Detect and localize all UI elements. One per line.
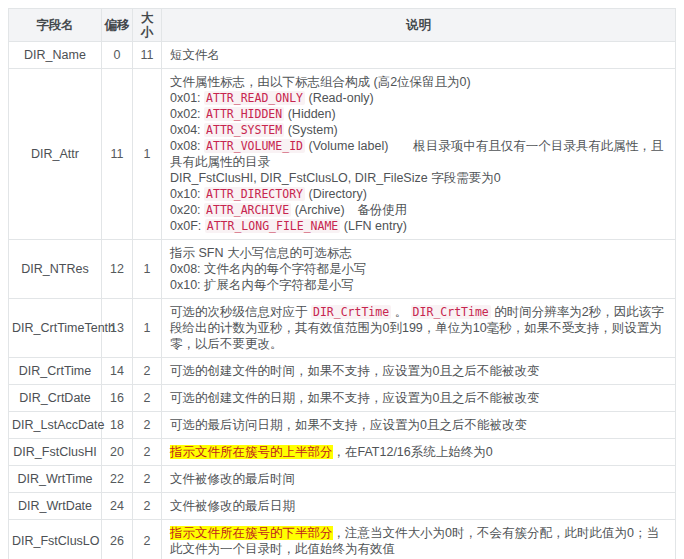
description-cell: 文件被修改的最后时间: [162, 466, 676, 493]
size-cell: 1: [133, 69, 162, 240]
description-line: 文件被修改的最后日期: [170, 498, 667, 514]
field-name-cell: DIR_FstClusLO: [9, 520, 102, 559]
description-line: 指示 SFN 大小写信息的可选标志: [170, 245, 667, 261]
page: 字段名 偏移 大小 说明 DIR_Name 0 11 短文件名 DIR_Attr…: [0, 0, 684, 559]
text-segment: 可选的最后访问日期，如果不支持，应设置为0且之后不能被改变: [170, 418, 527, 432]
text-segment: 可选的次秒级信息对应于: [170, 305, 311, 319]
text-segment: (LFN entry): [340, 219, 407, 233]
size-cell: 2: [133, 520, 162, 559]
text-segment: 0x08:: [170, 139, 204, 153]
description-cell: 文件属性标志，由以下标志组合构成 (高2位保留且为0)0x01: ATTR_RE…: [162, 69, 676, 240]
text-segment: (Read-only): [305, 91, 374, 105]
table-row: DIR_Attr 11 1 文件属性标志，由以下标志组合构成 (高2位保留且为0…: [9, 69, 676, 240]
code-token: ATTR_READ_ONLY: [204, 91, 305, 105]
code-token: ATTR_VOLUME_ID: [204, 139, 305, 153]
size-cell: 2: [133, 358, 162, 385]
table-row: DIR_Name 0 11 短文件名: [9, 42, 676, 69]
offset-cell: 24: [102, 493, 133, 520]
table-row: DIR_CrtTime 14 2 可选的创建文件的时间，如果不支持，应设置为0且…: [9, 358, 676, 385]
code-token: ATTR_ARCHIVE: [204, 203, 291, 217]
text-segment: 文件被修改的最后日期: [170, 499, 295, 513]
field-name-cell: DIR_Attr: [9, 69, 102, 240]
text-segment: 文件属性标志，由以下标志组合构成 (高2位保留且为0): [170, 75, 471, 89]
description-cell: 可选的次秒级信息对应于 DIR_CrtTime 。 DIR_CrtTime 的时…: [162, 299, 676, 358]
code-token: ATTR_LONG_FILE_NAME: [205, 219, 341, 233]
description-cell: 指示文件所在簇号的下半部分，注意当文件大小为0时，不会有簇分配，此时此值为0；当…: [162, 520, 676, 559]
field-name-cell: DIR_CrtTimeTenth: [9, 299, 102, 358]
description-line: 可选的次秒级信息对应于 DIR_CrtTime 。 DIR_CrtTime 的时…: [170, 304, 667, 352]
size-cell: 11: [133, 42, 162, 69]
field-name-cell: DIR_FstClusHI: [9, 439, 102, 466]
text-segment: 0x10: 扩展名内每个字符都是小写: [170, 278, 354, 292]
description-line: DIR_FstClusHI, DIR_FstClusLO, DIR_FileSi…: [170, 170, 667, 186]
code-token: DIR_CrtTime: [411, 305, 491, 319]
field-name-cell: DIR_CrtDate: [9, 385, 102, 412]
description-cell: 指示 SFN 大小写信息的可选标志0x08: 文件名内的每个字符都是小写0x10…: [162, 240, 676, 299]
offset-cell: 22: [102, 466, 133, 493]
description-cell: 可选的最后访问日期，如果不支持，应设置为0且之后不能被改变: [162, 412, 676, 439]
table-row: DIR_WrtTime 22 2 文件被修改的最后时间: [9, 466, 676, 493]
header-row: 字段名 偏移 大小 说明: [9, 9, 676, 42]
code-token: ATTR_HIDDEN: [204, 107, 284, 121]
description-line: 文件被修改的最后时间: [170, 471, 667, 487]
size-cell: 2: [133, 412, 162, 439]
table-body: DIR_Name 0 11 短文件名 DIR_Attr 11 1 文件属性标志，…: [9, 42, 676, 559]
description-line: 0x10: 扩展名内每个字符都是小写: [170, 277, 667, 293]
text-segment: 0x04:: [170, 123, 204, 137]
text-segment: (Archive) 备份使用: [291, 203, 407, 217]
text-segment: 0x0F:: [170, 219, 205, 233]
field-name-cell: DIR_NTRes: [9, 240, 102, 299]
offset-cell: 12: [102, 240, 133, 299]
description-line: 指示文件所在簇号的上半部分，在FAT12/16系统上始终为0: [170, 444, 667, 460]
description-line: 指示文件所在簇号的下半部分，注意当文件大小为0时，不会有簇分配，此时此值为0；当…: [170, 525, 667, 557]
description-cell: 文件被修改的最后日期: [162, 493, 676, 520]
text-segment: 文件被修改的最后时间: [170, 472, 295, 486]
column-header-field: 字段名: [9, 9, 102, 42]
description-line: 0x10: ATTR_DIRECTORY (Directory): [170, 186, 667, 202]
fat-directory-entry-table: 字段名 偏移 大小 说明 DIR_Name 0 11 短文件名 DIR_Attr…: [8, 8, 676, 559]
size-cell: 1: [133, 299, 162, 358]
field-name-cell: DIR_WrtDate: [9, 493, 102, 520]
description-cell: 短文件名: [162, 42, 676, 69]
offset-cell: 18: [102, 412, 133, 439]
text-segment: DIR_FstClusHI, DIR_FstClusLO, DIR_FileSi…: [170, 171, 501, 185]
code-token: ATTR_SYSTEM: [204, 123, 284, 137]
description-line: 0x02: ATTR_HIDDEN (Hidden): [170, 106, 667, 122]
column-header-offset: 偏移: [102, 9, 133, 42]
code-token: DIR_CrtTime: [311, 305, 391, 319]
description-line: 0x01: ATTR_READ_ONLY (Read-only): [170, 90, 667, 106]
description-cell: 指示文件所在簇号的上半部分，在FAT12/16系统上始终为0: [162, 439, 676, 466]
size-cell: 2: [133, 466, 162, 493]
field-name-cell: DIR_LstAccDate: [9, 412, 102, 439]
description-line: 0x04: ATTR_SYSTEM (System): [170, 122, 667, 138]
text-segment: 0x01:: [170, 91, 204, 105]
description-line: 0x08: 文件名内的每个字符都是小写: [170, 261, 667, 277]
description-line: 可选的最后访问日期，如果不支持，应设置为0且之后不能被改变: [170, 417, 667, 433]
offset-cell: 11: [102, 69, 133, 240]
text-segment: (System): [284, 123, 337, 137]
table-row: DIR_LstAccDate 18 2 可选的最后访问日期，如果不支持，应设置为…: [9, 412, 676, 439]
text-segment: 指示 SFN 大小写信息的可选标志: [170, 246, 352, 260]
description-line: 短文件名: [170, 47, 667, 63]
offset-cell: 14: [102, 358, 133, 385]
description-line: 0x20: ATTR_ARCHIVE (Archive) 备份使用: [170, 202, 667, 218]
size-cell: 2: [133, 385, 162, 412]
offset-cell: 0: [102, 42, 133, 69]
field-name-cell: DIR_Name: [9, 42, 102, 69]
highlighted-text: 指示文件所在簇号的上半部分: [170, 445, 333, 459]
offset-cell: 20: [102, 439, 133, 466]
description-cell: 可选的创建文件的时间，如果不支持，应设置为0且之后不能被改变: [162, 358, 676, 385]
description-line: 文件属性标志，由以下标志组合构成 (高2位保留且为0): [170, 74, 667, 90]
table-header: 字段名 偏移 大小 说明: [9, 9, 676, 42]
text-segment: 0x02:: [170, 107, 204, 121]
description-line: 可选的创建文件的时间，如果不支持，应设置为0且之后不能被改变: [170, 363, 667, 379]
code-token: ATTR_DIRECTORY: [204, 187, 305, 201]
table-row: DIR_CrtDate 16 2 可选的创建文件的日期，如果不支持，应设置为0且…: [9, 385, 676, 412]
text-segment: ，在FAT12/16系统上始终为0: [333, 445, 493, 459]
table-row: DIR_CrtTimeTenth 13 1 可选的次秒级信息对应于 DIR_Cr…: [9, 299, 676, 358]
column-header-size: 大小: [133, 9, 162, 42]
description-line: 0x08: ATTR_VOLUME_ID (Volume label) 根目录项…: [170, 138, 667, 170]
text-segment: 0x20:: [170, 203, 204, 217]
text-segment: 可选的创建文件的日期，如果不支持，应设置为0且之后不能被改变: [170, 391, 539, 405]
size-cell: 1: [133, 240, 162, 299]
